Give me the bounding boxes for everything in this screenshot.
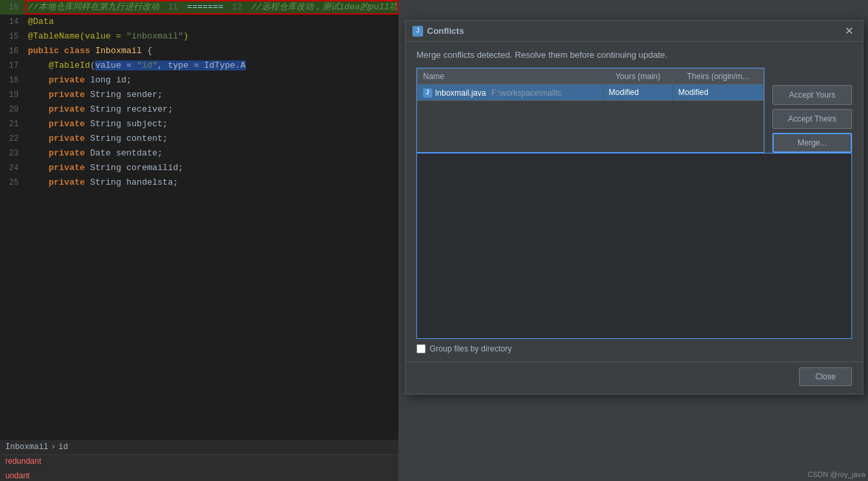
line-number: 22 [0,132,25,146]
filename: Inboxmail.java [435,88,486,98]
breadcrumb-filename: Inboxmail [5,440,48,454]
dialog-titlebar: J Conflicts ✕ [406,21,863,42]
line-content: public class Inboxmail { [25,44,398,58]
line-number: 21 [0,117,25,132]
line-content: private long id; [25,73,398,88]
merge-button[interactable]: Merge... [772,133,852,153]
code-line-16: 16 public class Inboxmail { [0,44,398,58]
line-content: @Data [25,15,398,29]
line-number: 16 [0,44,25,58]
code-line-17: 17 @TableId(value = "id", type = IdType.… [0,58,398,73]
action-buttons: Accept Yours Accept Theirs Merge... [772,68,852,153]
dialog-title: Conflicts [427,26,464,36]
line-content: private String handelsta; [25,175,398,190]
line-number: 11 [159,0,185,15]
status-line2: undant [5,468,41,482]
code-line-20: 20 private String receiver; [0,102,398,117]
accept-theirs-button[interactable]: Accept Theirs [772,109,852,129]
dialog-title-left: J Conflicts [412,26,464,37]
line-content: @TableName(value = "inboxmail") [25,29,398,44]
line-number: 19 [0,88,25,102]
code-line-22: 22 private String content; [0,132,398,146]
accept-yours-button[interactable]: Accept Yours [772,85,852,105]
watermark: CSDN @roy_java [808,470,865,478]
line-number: 25 [0,175,25,190]
code-line-14: 14 @Data [0,15,398,29]
line-number: 24 [0,161,25,175]
editor-status-bar: redundant undant [0,454,398,481]
line-content: //本地仓库同样在第九行进行改动 [25,0,159,15]
dialog-footer: Close [406,361,863,394]
yours-status: Modified [603,84,673,101]
breadcrumb-field: id [58,440,68,454]
checkbox-area[interactable]: Group files by directory [416,344,852,353]
table-header: Name Yours (main) Theirs (origin/m... [418,69,764,84]
group-files-label[interactable]: Group files by directory [430,344,511,353]
line-number: 20 [0,102,25,117]
theirs-status: Modified [673,84,764,101]
editor-lines: 10 //本地仓库同样在第九行进行改动 11 ======= 12 //远程仓库… [0,0,398,190]
breadcrumb: Inboxmail › id [0,440,398,454]
code-line-23: 23 private Date sentdate; [0,146,398,161]
file-icon: J Inboxmail.java F:\workspace\mailtc [423,88,562,98]
conflicts-dialog: J Conflicts ✕ Merge conflicts detected. … [405,20,863,395]
code-line-19: 19 private String sender; [0,88,398,102]
dialog-body: Merge conflicts detected. Resolve them b… [406,42,863,361]
conflict-region: 10 //本地仓库同样在第九行进行改动 11 ======= 12 //远程仓库… [0,0,398,15]
dialog-close-x-button[interactable]: ✕ [842,25,856,38]
line-content: //远程仓库改动，测试idea的pull功能 [248,0,406,15]
code-editor: 10 //本地仓库同样在第九行进行改动 11 ======= 12 //远程仓库… [0,0,398,481]
empty-table-area [416,153,852,339]
code-line-24: 24 private String coremailid; [0,161,398,175]
line-content: private String subject; [25,117,398,132]
line-number: 23 [0,146,25,161]
code-line-15: 15 @TableName(value = "inboxmail") [0,29,398,44]
breadcrumb-sep: › [51,440,56,454]
code-line-25: 25 private String handelsta; [0,175,398,190]
line-number: 18 [0,73,25,88]
conflicts-table: Name Yours (main) Theirs (origin/m... J … [417,68,764,101]
java-icon: J [423,88,432,98]
line-content: private String sender; [25,88,398,102]
file-name-cell[interactable]: J Inboxmail.java F:\workspace\mailtc [418,84,604,101]
table-body[interactable]: J Inboxmail.java F:\workspace\mailtc Mod… [418,84,764,101]
line-content: private String content; [25,132,398,146]
col-name: Name [418,69,604,84]
line-content: private String coremailid; [25,161,398,175]
col-yours: Yours (main) [603,69,673,84]
dialog-message: Merge conflicts detected. Resolve them b… [416,50,852,60]
line-number: 15 [0,29,25,44]
line-content: ======= [185,0,224,15]
code-line-12: 12 //远程仓库改动，测试idea的pull功能 [223,0,406,15]
conflicts-table-wrapper: Name Yours (main) Theirs (origin/m... J … [416,68,764,153]
table-row[interactable]: J Inboxmail.java F:\workspace\mailtc Mod… [418,84,764,101]
group-files-checkbox[interactable] [416,344,426,353]
line-content: private Date sentdate; [25,146,398,161]
line-number: 14 [0,15,25,29]
dialog-icon: J [412,26,423,37]
code-line-21: 21 private String subject; [0,117,398,132]
close-dialog-button[interactable]: Close [799,367,852,386]
line-number: 10 [0,0,25,15]
status-line1: redundant [5,454,41,468]
line-number: 12 [223,0,248,15]
line-content: private String receiver; [25,102,398,117]
code-line-18: 18 private long id; [0,73,398,88]
filepath: F:\workspace\mailtc [491,88,562,98]
code-line-10: 10 //本地仓库同样在第九行进行改动 [0,0,159,15]
table-content-area: Name Yours (main) Theirs (origin/m... J … [416,68,852,153]
line-content: @TableId(value = "id", type = IdType.A [25,58,398,73]
col-theirs: Theirs (origin/m... [673,69,764,84]
code-line-11: 11 ======= [159,0,224,15]
line-number: 17 [0,58,25,73]
